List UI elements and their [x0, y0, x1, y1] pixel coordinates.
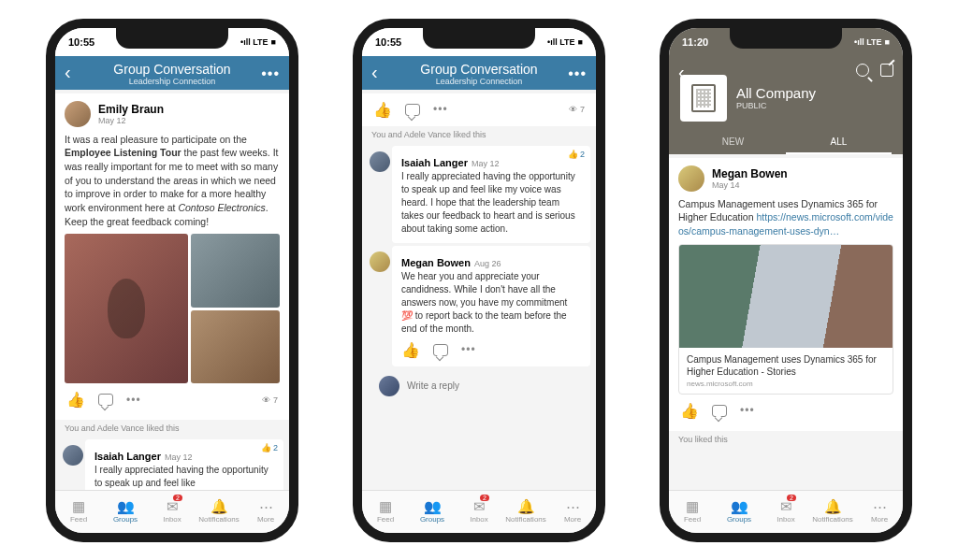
action-bar: 👍 ••• 👁 7 [65, 383, 280, 412]
avatar[interactable] [370, 251, 390, 272]
tab-groups[interactable]: 👥Groups [716, 491, 762, 533]
nav-bar: ‹ Group Conversation Leadership Connecti… [362, 56, 596, 90]
reply-body: We hear you and appreciate your candidne… [401, 270, 581, 336]
status-icons: •ıll LTE■ [547, 37, 583, 47]
link-preview[interactable]: Campus Management uses Dynamics 365 for … [678, 244, 893, 395]
status-time: 11:20 [682, 36, 708, 48]
comment-button[interactable] [405, 104, 420, 116]
avatar [379, 376, 399, 396]
tab-inbox[interactable]: 2✉Inbox [762, 491, 809, 533]
comment-button[interactable] [433, 344, 448, 356]
inbox-badge: 2 [480, 495, 489, 501]
status-time: 10:55 [68, 36, 94, 48]
reply-body: I really appreciated having the opportun… [94, 464, 274, 489]
reply-input-row [392, 370, 590, 402]
image-grid[interactable] [65, 234, 280, 383]
attached-image-1[interactable] [65, 234, 188, 383]
inbox-icon: ✉ [167, 499, 179, 513]
back-button[interactable]: ‹ [678, 62, 685, 83]
bell-icon: 🔔 [517, 499, 535, 513]
avatar[interactable] [65, 101, 91, 127]
reply-actions: 👍 ••• [401, 336, 581, 359]
tab-feed[interactable]: ▦Feed [55, 491, 102, 533]
nav-bar: ‹ [669, 56, 903, 65]
avatar[interactable] [678, 165, 704, 192]
tab-more[interactable]: ⋯More [856, 491, 903, 533]
more-actions-button[interactable]: ••• [740, 404, 755, 417]
post-card[interactable]: Megan Bowen May 14 Campus Management use… [669, 158, 903, 431]
avatar[interactable] [63, 445, 83, 466]
tab-more[interactable]: ⋯More [242, 491, 289, 533]
tab-groups[interactable]: 👥Groups [102, 491, 149, 533]
tab-more[interactable]: ⋯More [549, 491, 596, 533]
attached-image-3[interactable] [191, 310, 280, 384]
post-author[interactable]: Emily Braun [98, 103, 164, 116]
more-icon: ⋯ [259, 499, 273, 513]
groups-icon: 👥 [117, 499, 135, 513]
tab-feed[interactable]: ▦Feed [362, 491, 409, 533]
nav-more-button[interactable]: ••• [261, 65, 280, 82]
search-icon[interactable] [856, 64, 869, 77]
comment-button[interactable] [712, 405, 727, 417]
tab-feed[interactable]: ▦Feed [669, 491, 716, 533]
device-notch [730, 28, 842, 49]
liked-by-text: You and Adele Vance liked this [55, 420, 289, 437]
compose-icon[interactable] [880, 64, 893, 77]
attached-image-2[interactable] [191, 234, 280, 308]
phone-screen-1: 10:55 •ıll LTE■ ‹ Group Conversation Lea… [46, 19, 298, 542]
view-count: 👁 7 [569, 105, 585, 114]
tab-inbox[interactable]: 2✉Inbox [456, 491, 502, 533]
post-card[interactable]: Emily Braun May 12 It was a real pleasur… [55, 93, 289, 421]
nav-subtitle: Leadership Connection [55, 77, 289, 86]
inbox-badge: 2 [787, 495, 796, 501]
more-actions-button[interactable]: ••• [433, 103, 448, 116]
post-date: May 14 [712, 180, 788, 190]
like-button[interactable]: 👍 [66, 391, 85, 409]
tab-notifications[interactable]: 🔔Notifications [809, 491, 856, 533]
nav-more-button[interactable]: ••• [568, 65, 587, 82]
post-card: 👍 ••• 👁 7 [362, 93, 596, 126]
action-bar: 👍 ••• [678, 395, 893, 424]
feed-icon: ▦ [72, 499, 85, 513]
tab-new[interactable]: NEW [680, 131, 786, 154]
bell-icon: 🔔 [824, 499, 842, 513]
tab-all[interactable]: ALL [786, 131, 892, 154]
content-area: Megan Bowen May 14 Campus Management use… [669, 154, 903, 490]
action-bar: 👍 ••• 👁 7 [371, 101, 587, 122]
tab-groups[interactable]: 👥Groups [409, 491, 456, 533]
reply-author[interactable]: Isaiah Langer [94, 451, 161, 462]
reply-author[interactable]: Megan Bowen [401, 257, 471, 268]
link-preview-image [679, 245, 893, 348]
tab-notifications[interactable]: 🔔Notifications [502, 491, 549, 533]
tab-inbox[interactable]: 2✉Inbox [149, 491, 196, 533]
reply-card[interactable]: 👍 2 Isaiah LangerMay 12 I really appreci… [85, 439, 283, 489]
nav-title: Group Conversation [55, 62, 289, 77]
tab-bar: ▦Feed 👥Groups 2✉Inbox 🔔Notifications ⋯Mo… [362, 490, 596, 533]
liked-by-text: You liked this [669, 431, 903, 448]
post-author[interactable]: Megan Bowen [712, 167, 788, 180]
building-icon [691, 84, 716, 112]
reply-body: I really appreciated having the opportun… [401, 170, 581, 236]
reply-date: May 12 [472, 159, 500, 168]
reply-card[interactable]: Megan BowenAug 26 We hear you and apprec… [392, 246, 590, 366]
like-button[interactable]: 👍 [401, 341, 420, 359]
reply-like-count: 👍 2 [568, 150, 585, 159]
groups-icon: 👥 [731, 499, 748, 513]
nav-title: Group Conversation [362, 62, 596, 77]
nav-subtitle: Leadership Connection [362, 77, 596, 86]
reply-input[interactable] [407, 381, 581, 391]
post-header: Emily Braun May 12 [65, 101, 280, 127]
more-actions-button[interactable]: ••• [461, 343, 476, 356]
avatar[interactable] [370, 151, 390, 172]
more-actions-button[interactable]: ••• [126, 394, 141, 407]
device-notch [116, 28, 228, 49]
group-avatar[interactable] [680, 75, 727, 122]
post-date: May 12 [98, 116, 164, 125]
like-button[interactable]: 👍 [373, 101, 392, 119]
inbox-icon: ✉ [473, 499, 486, 513]
reply-author[interactable]: Isaiah Langer [401, 157, 468, 168]
reply-card[interactable]: 👍 2 Isaiah LangerMay 12 I really appreci… [392, 146, 590, 243]
comment-button[interactable] [98, 394, 113, 406]
tab-notifications[interactable]: 🔔Notifications [196, 491, 242, 533]
like-button[interactable]: 👍 [680, 402, 699, 420]
